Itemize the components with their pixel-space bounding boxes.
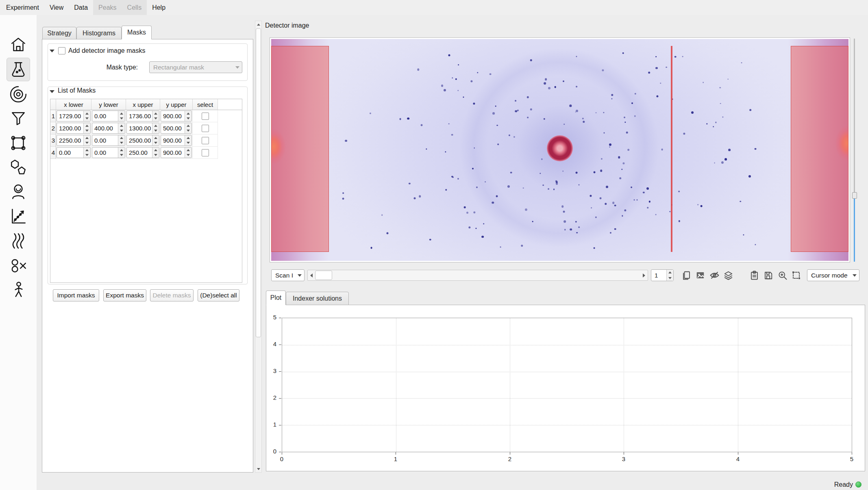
frame-scrollbar-thumb[interactable] (315, 271, 332, 280)
refine-button[interactable] (7, 204, 30, 228)
spin-up-icon[interactable] (185, 135, 191, 141)
spin-down-icon[interactable] (118, 141, 125, 146)
row-header-4[interactable]: 4 (50, 147, 56, 159)
menu-help[interactable]: Help (147, 0, 171, 15)
col-header-y-lower[interactable]: y lower (91, 99, 126, 110)
toggle-peaks-button[interactable] (708, 269, 720, 281)
cursor-mode-combo[interactable]: Cursor mode (807, 269, 859, 281)
spin-down-icon[interactable] (118, 128, 125, 134)
col-header-select[interactable]: select (193, 99, 218, 110)
deselect-all-button[interactable]: (De)select all (198, 289, 239, 301)
spin-up-icon[interactable] (152, 123, 159, 128)
scrollbar-thumb[interactable] (256, 28, 261, 337)
spin-down-icon[interactable] (118, 116, 125, 121)
spin-down-icon[interactable] (152, 141, 159, 146)
tab-plot[interactable]: Plot (266, 291, 286, 305)
collapse-arrow-icon[interactable] (50, 90, 54, 93)
spin-up-icon[interactable] (185, 111, 191, 116)
mask-1-y-upper-spinbox[interactable]: 900.00 (161, 111, 192, 121)
filter-peaks-button[interactable] (7, 107, 30, 130)
spin-down-icon[interactable] (84, 141, 90, 146)
spin-up-icon[interactable] (118, 123, 125, 128)
mask-2-y-upper-spinbox[interactable]: 500.00 (161, 123, 192, 134)
spin-up-icon[interactable] (118, 147, 125, 153)
mask-4-y-upper-spinbox[interactable]: 900.00 (161, 147, 192, 158)
mask-2-x-lower-spinbox[interactable]: 1200.00 (57, 123, 91, 134)
import-masks-button[interactable]: Import masks (53, 289, 99, 301)
spin-up-icon[interactable] (152, 147, 159, 153)
mask-2-y-lower-spinbox[interactable]: 400.00 (92, 123, 125, 134)
zoom-button[interactable] (776, 269, 788, 281)
scroll-down-icon[interactable] (255, 466, 261, 472)
menu-data[interactable]: Data (69, 0, 93, 15)
spin-up-icon[interactable] (185, 147, 191, 153)
spin-down-icon[interactable] (84, 116, 90, 121)
scroll-right-icon[interactable] (640, 270, 648, 280)
mask-4-select-checkbox[interactable] (202, 149, 209, 156)
mask-1-x-upper-spinbox[interactable]: 1736.00 (126, 111, 159, 121)
mask-4-x-lower-spinbox[interactable]: 0.00 (57, 147, 91, 158)
frame-scrollbar[interactable] (307, 270, 648, 281)
spin-up-icon[interactable] (152, 111, 159, 116)
mask-overlay-line[interactable] (671, 46, 672, 252)
spin-up-icon[interactable] (84, 135, 90, 141)
mask-3-select-checkbox[interactable] (202, 137, 209, 144)
scroll-up-icon[interactable] (255, 21, 261, 28)
spin-down-icon[interactable] (185, 153, 191, 158)
menu-experiment[interactable]: Experiment (1, 0, 44, 15)
find-peaks-button[interactable] (7, 82, 30, 106)
layers-button[interactable] (722, 269, 734, 281)
integrate-button[interactable] (7, 229, 30, 253)
tab-masks[interactable]: Masks (122, 26, 152, 39)
col-header-y-upper[interactable]: y upper (160, 99, 193, 110)
spin-up-icon[interactable] (84, 123, 90, 128)
autoindex-button[interactable] (7, 131, 30, 155)
save-image-button[interactable] (762, 269, 774, 281)
spin-up-icon[interactable] (118, 135, 125, 141)
mask-1-select-checkbox[interactable] (202, 113, 209, 120)
mask-overlay-left[interactable] (271, 46, 329, 252)
reject-button[interactable] (7, 254, 30, 277)
spin-down-icon[interactable] (152, 116, 159, 121)
merge-button[interactable] (7, 278, 30, 302)
predict-button[interactable] (7, 180, 30, 204)
mask-2-x-upper-spinbox[interactable]: 1300.00 (126, 123, 159, 134)
left-panel-scrollbar[interactable] (255, 21, 262, 473)
intensity-slider-track[interactable] (854, 39, 855, 192)
image-mode-button[interactable] (694, 269, 706, 281)
add-masks-checkbox[interactable] (58, 47, 65, 54)
scan-selector-combo[interactable]: Scan I (271, 269, 305, 281)
tab-strategy[interactable]: Strategy (42, 27, 76, 39)
spin-down-icon[interactable] (118, 153, 125, 158)
mask-3-y-upper-spinbox[interactable]: 900.00 (161, 135, 192, 146)
spin-up-icon[interactable] (185, 123, 191, 128)
tab-indexer-solutions[interactable]: Indexer solutions (286, 292, 349, 305)
plot-area[interactable] (282, 318, 852, 452)
spin-up-icon[interactable] (84, 147, 90, 153)
copy-frame-button[interactable] (680, 269, 692, 281)
mask-3-y-lower-spinbox[interactable]: 0.00 (92, 135, 125, 146)
collapse-arrow-icon[interactable] (50, 50, 54, 52)
export-masks-button[interactable]: Export masks (103, 289, 146, 301)
scroll-left-icon[interactable] (308, 270, 315, 280)
spin-up-icon[interactable] (667, 270, 673, 275)
row-header-2[interactable]: 2 (50, 122, 56, 134)
detector-image[interactable] (271, 39, 848, 261)
spin-down-icon[interactable] (185, 116, 191, 121)
mask-3-x-lower-spinbox[interactable]: 2250.00 (57, 135, 91, 146)
mask-3-x-upper-spinbox[interactable]: 2500.00 (126, 135, 159, 146)
spin-up-icon[interactable] (118, 111, 125, 116)
frame-number-spinbox[interactable]: 1 (651, 269, 674, 281)
spin-down-icon[interactable] (185, 141, 191, 146)
home-button[interactable] (7, 33, 30, 56)
intensity-slider-handle[interactable] (852, 192, 857, 199)
menu-view[interactable]: View (44, 0, 69, 15)
clipboard-button[interactable] (748, 269, 760, 281)
shapes-button[interactable] (7, 155, 30, 179)
spin-down-icon[interactable] (152, 128, 159, 134)
spin-down-icon[interactable] (667, 275, 673, 281)
mask-1-y-lower-spinbox[interactable]: 0.00 (92, 111, 125, 121)
col-header-x-upper[interactable]: x upper (126, 99, 160, 110)
spin-down-icon[interactable] (185, 128, 191, 134)
tab-histograms[interactable]: Histograms (76, 27, 122, 39)
